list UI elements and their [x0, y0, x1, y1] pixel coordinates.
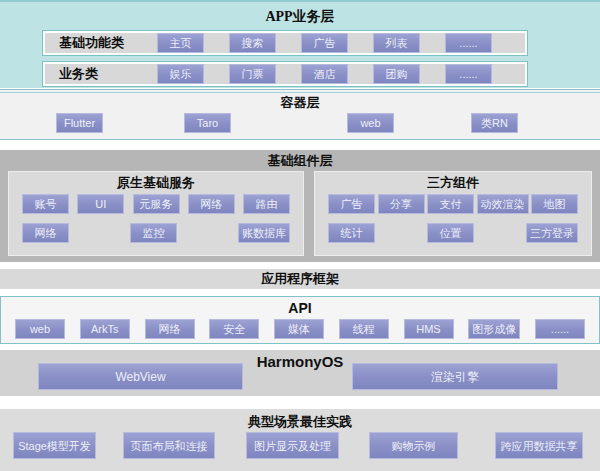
third-party-button[interactable]: 统计 [328, 223, 375, 243]
native-service-button[interactable]: 账号 [22, 194, 69, 214]
basic-function-row-label: 基础功能类 [43, 34, 157, 52]
app-business-button[interactable]: 团购 [373, 64, 420, 84]
basic-function-row: 基础功能类 主页搜索广告列表...... [42, 30, 528, 56]
third-party-button[interactable]: 分享 [378, 194, 425, 214]
third-party-button[interactable]: 支付 [427, 194, 474, 214]
business-class-row-label: 业务类 [43, 65, 157, 83]
third-party-button[interactable]: 三方登录 [526, 223, 578, 243]
third-party-button[interactable]: 动效渲染 [477, 194, 529, 214]
component-panels: 原生基础服务 账号UI元服务网络路由网络监控账数据库 三方组件 广告分享支付动效… [8, 171, 592, 256]
app-business-button[interactable]: 娱乐 [157, 64, 204, 84]
business-class-buttons: 娱乐门票酒店团购...... [157, 64, 517, 84]
native-services-panel-title: 原生基础服务 [9, 172, 303, 191]
native-service-button[interactable]: 网络 [22, 223, 69, 243]
native-service-button[interactable]: 账数据库 [238, 223, 290, 243]
api-button[interactable]: ...... [535, 319, 585, 339]
native-service-button[interactable]: 元服务 [133, 194, 180, 214]
third-party-button[interactable]: 位置 [427, 223, 474, 243]
best-practice-layer-title: 典型场景最佳实践 [0, 409, 600, 430]
container-layer: 容器层 FlutterTaroweb类RN [0, 89, 600, 140]
best-practice-button[interactable]: 跨应用数据共享 [495, 432, 583, 459]
basic-function-buttons: 主页搜索广告列表...... [157, 33, 517, 53]
harmonyos-engine-button[interactable]: WebView [38, 363, 243, 390]
third-party-panel: 三方组件 广告分享支付动效渲染地图统计位置三方登录 [314, 171, 592, 256]
app-business-button[interactable]: 酒店 [301, 64, 348, 84]
third-party-button[interactable]: 地图 [531, 194, 578, 214]
harmonyos-engine-button[interactable]: 渲染引擎 [352, 363, 558, 390]
app-function-button[interactable]: 搜索 [229, 33, 276, 53]
app-business-button[interactable]: ...... [445, 64, 492, 84]
container-tech-button[interactable]: Taro [184, 113, 231, 133]
app-business-button[interactable]: 门票 [229, 64, 276, 84]
container-tech-button[interactable]: Flutter [56, 113, 103, 133]
app-function-button[interactable]: 列表 [373, 33, 420, 53]
native-service-button[interactable]: UI [77, 194, 124, 214]
third-party-button[interactable]: 广告 [328, 194, 375, 214]
api-buttons: webArkTs网络安全媒体线程HMS图形成像...... [1, 316, 599, 339]
native-service-button[interactable]: 网络 [188, 194, 235, 214]
best-practice-button[interactable]: 购物示例 [369, 432, 458, 459]
api-button[interactable]: 媒体 [274, 319, 324, 339]
app-function-button[interactable]: 广告 [301, 33, 348, 53]
best-practice-button[interactable]: 图片显示及处理 [246, 432, 339, 459]
api-layer-title: API [1, 297, 599, 316]
best-practice-layer: 典型场景最佳实践 Stage模型开发页面布局和连接图片显示及处理购物示例跨应用数… [0, 409, 600, 471]
base-components-layer-title: 基础组件层 [0, 153, 600, 169]
native-service-button[interactable]: 监控 [130, 223, 177, 243]
base-components-layer: 基础组件层 原生基础服务 账号UI元服务网络路由网络监控账数据库 三方组件 广告… [0, 150, 600, 262]
best-practice-button[interactable]: Stage模型开发 [13, 432, 96, 459]
container-tech-button[interactable]: 类RN [471, 113, 518, 133]
api-button[interactable]: HMS [404, 319, 454, 339]
native-services-panel: 原生基础服务 账号UI元服务网络路由网络监控账数据库 [8, 171, 304, 256]
container-tech-button[interactable]: web [347, 113, 394, 133]
api-button[interactable]: 网络 [145, 319, 195, 339]
api-button[interactable]: web [15, 319, 65, 339]
native-services-buttons: 账号UI元服务网络路由网络监控账数据库 [9, 191, 303, 243]
app-function-button[interactable]: ...... [445, 33, 492, 53]
third-party-buttons: 广告分享支付动效渲染地图统计位置三方登录 [315, 191, 591, 243]
harmonyos-layer: HarmonyOS WebView渲染引擎 [0, 350, 600, 396]
best-practice-button[interactable]: 页面布局和连接 [123, 432, 215, 459]
third-party-panel-title: 三方组件 [315, 172, 591, 191]
app-function-button[interactable]: 主页 [157, 33, 204, 53]
api-button[interactable]: 线程 [339, 319, 389, 339]
container-layer-title: 容器层 [0, 90, 600, 111]
api-button[interactable]: 安全 [209, 319, 259, 339]
native-service-button[interactable]: 路由 [243, 194, 290, 214]
business-class-row: 业务类 娱乐门票酒店团购...... [42, 61, 528, 87]
api-layer: API webArkTs网络安全媒体线程HMS图形成像...... [0, 296, 600, 344]
application-framework-band: 应用程序框架 [0, 269, 600, 289]
api-button[interactable]: 图形成像 [468, 319, 520, 339]
app-business-layer: APP业务层 基础功能类 主页搜索广告列表...... 业务类 娱乐门票酒店团购… [0, 0, 600, 88]
api-button[interactable]: ArkTs [80, 319, 130, 339]
app-business-layer-title: APP业务层 [0, 2, 600, 26]
